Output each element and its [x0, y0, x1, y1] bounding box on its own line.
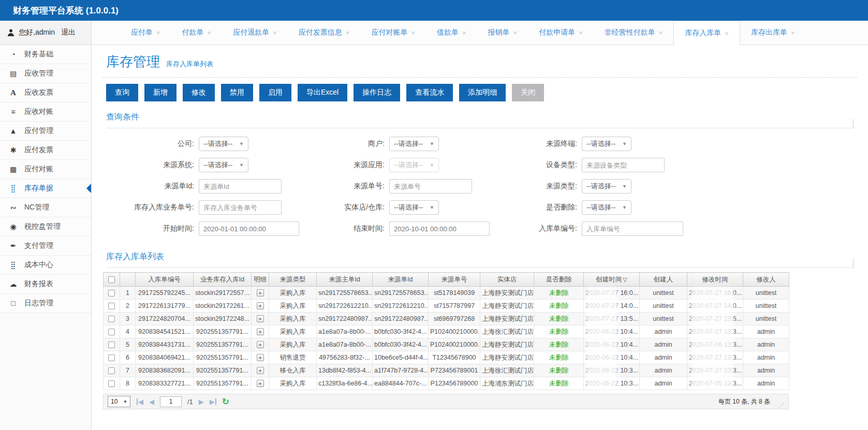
export-excel-button[interactable]: 导出Excel — [298, 84, 347, 101]
col-header-creator[interactable]: 创建人 — [640, 273, 687, 287]
col-header-biz-stockin-id[interactable]: 业务库存入库Id — [194, 273, 252, 287]
source-system-select[interactable]: --请选择--▼ — [199, 158, 248, 172]
expand-detail-button[interactable]: + — [257, 367, 264, 374]
expand-detail-button[interactable]: + — [257, 302, 264, 309]
source-terminal-select[interactable]: --请选择--▼ — [582, 137, 631, 151]
row-checkbox[interactable] — [108, 367, 115, 374]
tab-6[interactable]: 借款单× — [426, 21, 477, 45]
sidebar-item-3[interactable]: A应收发票 — [0, 83, 91, 102]
table-row[interactable]: 79208383682091...9202551357791...+移仓入库13… — [104, 364, 789, 377]
table-row[interactable]: 32917224820704...stockin29172248...+采购入库… — [104, 313, 789, 325]
expand-detail-button[interactable]: + — [257, 380, 264, 387]
stockin-no-input[interactable] — [582, 221, 683, 236]
col-header-created-time[interactable]: 创建时间▽ — [584, 273, 640, 287]
stockin-biz-no-input[interactable] — [199, 200, 282, 215]
tab-close-icon[interactable]: × — [462, 29, 466, 37]
next-page-icon[interactable]: ▶ — [199, 398, 204, 405]
tab-close-icon[interactable]: × — [579, 29, 583, 37]
sidebar-item-10[interactable]: ◉税控盘管理 — [0, 217, 91, 236]
device-type-input[interactable] — [582, 158, 665, 172]
col-header-index[interactable] — [120, 273, 136, 287]
tab-7[interactable]: 报销单× — [477, 21, 528, 45]
table-row[interactable]: 12917255792245...stockin29172557...+采购入库… — [104, 287, 789, 300]
tab-close-icon[interactable]: × — [513, 29, 518, 37]
tab-close-icon[interactable]: × — [156, 29, 160, 37]
tab-9[interactable]: 非经营性付款单× — [594, 21, 674, 45]
view-flow-button[interactable]: 查看流水 — [406, 84, 453, 101]
tab-close-icon[interactable]: × — [791, 29, 795, 37]
tab-8[interactable]: 付款申请单× — [528, 21, 594, 45]
row-checkbox[interactable] — [108, 303, 115, 309]
source-id-input[interactable] — [199, 179, 282, 194]
col-header-source-id[interactable]: 来源单Id — [373, 273, 429, 287]
expand-detail-button[interactable]: + — [257, 341, 264, 348]
tab-close-icon[interactable]: × — [411, 29, 415, 37]
close-button[interactable]: 关闭 — [512, 84, 544, 101]
col-header-modified-time[interactable]: 修改时间 — [687, 273, 743, 287]
tab-close-icon[interactable]: × — [725, 29, 729, 37]
tab-close-icon[interactable]: × — [346, 29, 350, 37]
store-warehouse-select[interactable]: --请选择--▼ — [389, 200, 439, 215]
tab-3[interactable]: 应付退款单× — [222, 21, 288, 45]
source-app-select[interactable]: --请选择--▼ — [389, 158, 439, 172]
tab-close-icon[interactable]: × — [659, 29, 663, 37]
query-button[interactable]: 查询 — [106, 84, 138, 101]
row-checkbox[interactable] — [108, 290, 115, 296]
sidebar-item-11[interactable]: ✒支付管理 — [0, 236, 91, 256]
col-header-is-deleted[interactable]: 是否删除 — [534, 273, 584, 287]
sidebar-item-1[interactable]: ◔财务基础 — [0, 45, 91, 64]
col-header-detail[interactable]: 明细 — [252, 273, 269, 287]
sidebar-item-9[interactable]: ∾NC管理 — [0, 198, 91, 217]
tab-close-icon[interactable]: × — [208, 29, 212, 37]
col-header-store[interactable]: 实体店 — [480, 273, 534, 287]
sidebar-item-13[interactable]: ☁财务报表 — [0, 275, 91, 294]
col-header-stockin-no[interactable]: 入库单编号 — [136, 273, 194, 287]
source-type-select[interactable]: --请选择--▼ — [582, 179, 631, 194]
table-row[interactable]: 22917226131779...stockin29172261...+采购入库… — [104, 300, 789, 313]
table-row[interactable]: 89208383327721...9202551357791...+采购入库c1… — [104, 377, 789, 390]
sidebar-item-7[interactable]: ▦应付对账 — [0, 160, 91, 179]
col-header-source-no[interactable]: 来源单号 — [429, 273, 480, 287]
row-checkbox[interactable] — [108, 380, 115, 387]
refresh-icon[interactable]: ↻ — [222, 396, 229, 407]
tab-2[interactable]: 付款单× — [171, 21, 223, 45]
enable-button[interactable]: 启用 — [259, 84, 291, 101]
tab-close-icon[interactable]: × — [273, 29, 277, 37]
col-header-select-all[interactable] — [104, 273, 120, 287]
table-row[interactable]: 69208384069421...9202551357791...+销售退货49… — [104, 351, 789, 364]
page-size-select[interactable]: 10 ▼ — [108, 396, 130, 407]
col-header-modifier[interactable]: 修改人 — [743, 273, 789, 287]
tab-1[interactable]: 应付单× — [120, 21, 171, 45]
add-detail-button[interactable]: 添加明细 — [459, 84, 506, 101]
source-no-input[interactable] — [389, 179, 472, 194]
prev-page-icon[interactable]: ◀ — [149, 398, 154, 405]
first-page-icon[interactable]: ◀ — [137, 398, 143, 405]
sidebar-item-12[interactable]: ⣿成本中心 — [0, 256, 91, 275]
table-row[interactable]: 49208384541521...9202551357791...+采购入库a1… — [104, 325, 789, 338]
logout-link[interactable]: 退出 — [61, 28, 76, 37]
disable-button[interactable]: 禁用 — [221, 84, 253, 101]
tab-11[interactable]: 库存出库单× — [740, 21, 806, 45]
page-number-input[interactable] — [160, 396, 182, 407]
sidebar-item-14[interactable]: □日志管理 — [0, 294, 91, 313]
row-checkbox[interactable] — [108, 354, 115, 361]
table-row[interactable]: 59208384431731...9202551357791...+采购入库a1… — [104, 338, 789, 351]
add-button[interactable]: 新增 — [144, 84, 176, 101]
row-checkbox[interactable] — [108, 316, 115, 322]
tab-4[interactable]: 应付发票信息× — [288, 21, 361, 45]
operation-log-button[interactable]: 操作日志 — [354, 84, 400, 101]
sidebar-item-6[interactable]: ✱应付发票 — [0, 141, 91, 160]
is-deleted-select[interactable]: --请选择--▼ — [582, 200, 631, 215]
last-page-icon[interactable]: ▶ — [210, 398, 216, 405]
expand-detail-button[interactable]: + — [257, 354, 264, 361]
sidebar-item-8[interactable]: ⣿库存单据 — [0, 179, 91, 198]
merchant-select[interactable]: --请选择--▼ — [389, 137, 439, 151]
expand-detail-button[interactable]: + — [257, 289, 264, 296]
tab-10[interactable]: 库存入库单× — [673, 21, 740, 45]
sidebar-item-5[interactable]: ▲应付管理 — [0, 122, 91, 141]
company-select[interactable]: --请选择--▼ — [199, 137, 248, 151]
row-checkbox[interactable] — [108, 329, 115, 335]
select-all-checkbox[interactable] — [108, 276, 115, 283]
end-time-input[interactable] — [389, 221, 490, 236]
tab-5[interactable]: 应付对账单× — [360, 21, 426, 45]
